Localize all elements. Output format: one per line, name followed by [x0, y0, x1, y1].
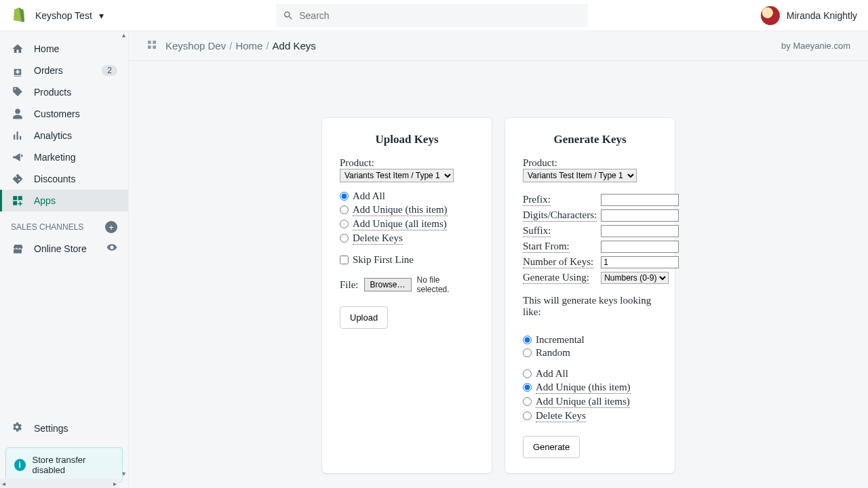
- nav-apps[interactable]: Apps: [0, 190, 128, 211]
- app-icon: [146, 39, 157, 52]
- nav-products[interactable]: Products: [0, 81, 128, 103]
- orders-badge: 2: [102, 65, 117, 76]
- tag-icon: [11, 86, 24, 98]
- nav-home[interactable]: Home: [0, 38, 128, 60]
- upload-keys-card: Upload Keys Product: Variants Test Item …: [322, 118, 492, 473]
- gen-radio-add-all[interactable]: Add All: [523, 368, 657, 380]
- nav-customers[interactable]: Customers: [0, 103, 128, 125]
- apps-icon: [11, 195, 24, 207]
- gen-radio-unique-item[interactable]: Add Unique (this item): [523, 381, 657, 394]
- sales-channels-header: SALES CHANNELS+: [0, 211, 128, 237]
- info-icon: i: [14, 459, 26, 471]
- transfer-notice: iStore transfer disabled: [5, 447, 123, 483]
- upload-radio-add-all[interactable]: Add All: [340, 190, 474, 202]
- store-switcher[interactable]: Keyshop Test ▾: [35, 10, 104, 21]
- suffix-input[interactable]: [601, 225, 679, 237]
- gear-icon: [11, 421, 24, 435]
- user-menu[interactable]: Miranda Knightly: [761, 6, 857, 25]
- nav-marketing[interactable]: Marketing: [0, 146, 128, 168]
- start-input[interactable]: [601, 241, 679, 253]
- skip-first-line-checkbox[interactable]: Skip First Line: [340, 254, 474, 266]
- upload-button[interactable]: Upload: [340, 306, 388, 329]
- store-icon: [11, 243, 24, 255]
- home-icon: [11, 43, 24, 55]
- nav-online-store[interactable]: Online Store: [0, 237, 128, 260]
- crumb-home[interactable]: Home: [235, 40, 262, 52]
- megaphone-icon: [11, 151, 24, 163]
- upload-radio-unique-item[interactable]: Add Unique (this item): [340, 203, 474, 216]
- store-name: Keyshop Test: [35, 10, 92, 21]
- mode-incremental[interactable]: Incremental: [523, 334, 657, 346]
- person-icon: [11, 108, 24, 120]
- upload-title: Upload Keys: [340, 133, 474, 146]
- num-keys-input[interactable]: [601, 256, 679, 268]
- crumb-current: Add Keys: [273, 40, 316, 52]
- percent-icon: [11, 173, 24, 185]
- generate-button[interactable]: Generate: [523, 436, 580, 458]
- nav-discounts[interactable]: Discounts: [0, 168, 128, 190]
- h-scrollbar[interactable]: ◂▸: [0, 479, 119, 488]
- generate-product-select[interactable]: Variants Test Item / Type 1: [523, 169, 637, 182]
- nav-orders[interactable]: Orders2: [0, 60, 128, 81]
- generate-title: Generate Keys: [523, 133, 657, 146]
- avatar: [761, 6, 780, 25]
- upload-radio-delete[interactable]: Delete Keys: [340, 232, 474, 245]
- preview-label: This will generate keys looking like:: [523, 295, 657, 318]
- caret-down-icon: ▾: [99, 10, 104, 21]
- upload-radio-unique-all[interactable]: Add Unique (all items): [340, 218, 474, 230]
- add-channel-button[interactable]: +: [105, 221, 117, 233]
- crumb-app[interactable]: Keyshop Dev: [165, 40, 226, 52]
- nav-analytics[interactable]: Analytics: [0, 125, 128, 146]
- mode-random[interactable]: Random: [523, 347, 657, 359]
- upload-product-select[interactable]: Variants Test Item / Type 1: [340, 169, 454, 182]
- global-search[interactable]: [276, 4, 588, 27]
- orders-icon: [11, 64, 24, 77]
- gen-radio-delete[interactable]: Delete Keys: [523, 409, 657, 422]
- chart-icon: [11, 129, 24, 142]
- shopify-logo: [11, 7, 27, 24]
- app-byline: by Maeyanie.com: [781, 41, 850, 51]
- prefix-input[interactable]: [601, 194, 679, 206]
- browse-button[interactable]: Browse…: [364, 278, 412, 291]
- gen-radio-unique-all[interactable]: Add Unique (all items): [523, 395, 657, 408]
- file-status: No file selected.: [417, 275, 474, 294]
- search-icon: [283, 10, 294, 21]
- nav-settings[interactable]: Settings: [0, 414, 128, 442]
- scroll-down-icon[interactable]: ▾: [119, 470, 128, 477]
- user-name: Miranda Knightly: [787, 10, 857, 21]
- generate-using-select[interactable]: Numbers (0-9): [601, 272, 669, 284]
- breadcrumb: Keyshop Dev/Home/Add Keys: [165, 40, 316, 52]
- view-store-icon[interactable]: [106, 242, 117, 255]
- generate-keys-card: Generate Keys Product: Variants Test Ite…: [505, 118, 675, 473]
- search-input[interactable]: [299, 10, 581, 21]
- digits-input[interactable]: [601, 209, 679, 222]
